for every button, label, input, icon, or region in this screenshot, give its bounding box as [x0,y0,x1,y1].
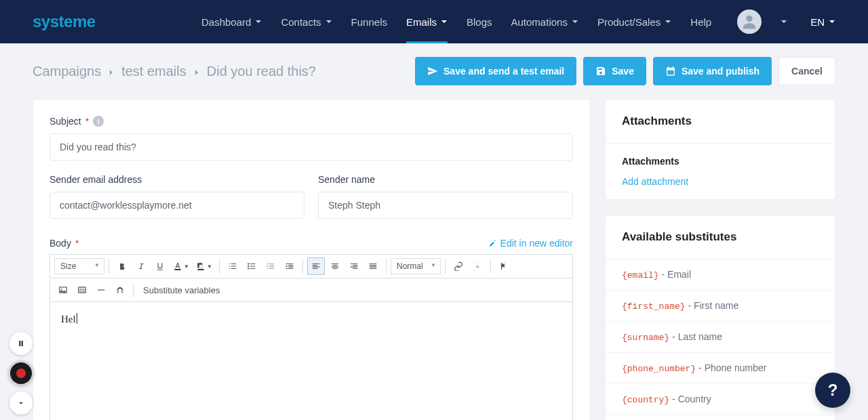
info-icon[interactable]: i [93,116,104,127]
bold-button[interactable] [113,257,131,275]
nav-contacts[interactable]: Contacts [281,0,332,43]
help-bubble[interactable]: ? [815,373,850,408]
flag-button[interactable] [495,257,513,275]
hr-button[interactable] [92,281,110,299]
sender-email-label: Sender email address [50,174,304,185]
substitute-variables-button[interactable]: Substitute variables [138,282,225,298]
save-button[interactable]: Save [583,57,646,85]
svg-point-5 [248,266,249,267]
sender-name-label: Sender name [318,174,573,185]
substitute-item[interactable]: {phone_number} - Phone number [606,352,835,383]
chevron-down-icon [572,18,578,25]
substitute-desc: Country [678,394,711,404]
align-right-button[interactable] [345,257,363,275]
editor-toolbar: Size ▼ ▼ Normal [50,255,572,278]
breadcrumb-item[interactable]: Campaigns [33,64,101,79]
sidebar: Attachments Attachments Add attachment A… [605,99,835,420]
svg-rect-3 [197,269,203,270]
sender-name-input[interactable] [318,192,573,219]
avatar[interactable] [737,9,762,34]
image-button[interactable] [54,281,72,299]
nav-label: Contacts [281,16,321,28]
subject-label: Subject*i [50,116,573,127]
chevron-down-icon[interactable] [781,18,787,25]
ordered-list-button[interactable] [224,257,241,275]
substitute-desc: Last name [678,331,722,342]
nav-menu: Dashboard Contacts Funnels Emails Blogs … [201,0,835,43]
substitute-item[interactable]: {city} - City [606,415,835,420]
format-select[interactable]: Normal [391,258,441,274]
italic-button[interactable] [132,257,150,275]
editor-toolbar-2: Substitute variables [50,278,572,302]
save-send-test-button[interactable]: Save and send a test email [415,57,576,85]
outdent-button[interactable] [262,257,279,275]
logo[interactable]: systeme [33,12,96,31]
separator [302,259,303,274]
button-label: Save [612,66,634,77]
substitute-code: {email} [622,270,659,280]
chevron-right-icon [193,64,200,79]
font-size-select[interactable]: Size [54,258,104,274]
chevron-down-icon [326,18,332,25]
omega-button[interactable] [111,281,129,299]
unordered-list-button[interactable] [243,257,260,275]
lang-code: EN [810,16,825,28]
save-publish-button[interactable]: Save and publish [653,57,772,85]
content: Subject*i Sender email address Sender na… [0,99,868,420]
nav-label: Automations [511,16,568,28]
bg-color-button[interactable]: ▼ [193,257,215,275]
nav-automations[interactable]: Automations [511,0,578,43]
cancel-button[interactable]: Cancel [778,57,835,85]
editor-body[interactable]: Hel [50,302,572,420]
substitute-item[interactable]: {email} - Email [606,259,835,290]
separator [386,259,387,274]
sender-email-input[interactable] [50,192,304,219]
align-justify-button[interactable] [364,257,382,275]
action-bar: Campaigns test emails Did you read this?… [0,43,868,99]
table-button[interactable] [73,281,91,299]
substitute-item[interactable]: {country} - Country [606,383,835,415]
substitute-item[interactable]: {surname} - Last name [606,321,835,352]
substitute-code: {phone_number} [622,364,696,374]
separator [133,282,134,297]
breadcrumb-item[interactable]: test emails [121,64,186,79]
svg-rect-9 [79,287,86,293]
add-attachment-link[interactable]: Add attachment [622,176,818,187]
nav-help[interactable]: Help [690,0,711,43]
breadcrumb: Campaigns test emails Did you read this? [33,64,316,79]
button-label: Cancel [791,66,823,77]
nav-product-sales[interactable]: Product/Sales [597,0,671,43]
nav-dashboard[interactable]: Dashboard [201,0,262,43]
align-center-button[interactable] [326,257,344,275]
nav-blogs[interactable]: Blogs [467,0,492,43]
nav-label: Help [690,16,711,28]
svg-rect-1 [174,269,180,270]
indent-button[interactable] [281,257,298,275]
button-label: Save and publish [682,66,760,77]
button-label: Save and send a test email [443,66,564,77]
text-color-button[interactable]: ▼ [170,257,192,275]
body-text: Hel [61,314,77,324]
breadcrumb-current: Did you read this? [207,64,316,79]
language-switch[interactable]: EN [810,16,835,28]
nav-emails[interactable]: Emails [406,0,448,43]
edit-new-editor-link[interactable]: Edit in new editor [487,238,573,249]
chevron-down-icon [441,18,448,25]
substitute-item[interactable]: {first_name} - First name [606,290,835,321]
expand-down-button[interactable] [9,392,33,415]
chevron-down-icon [829,18,835,25]
align-left-button[interactable] [307,257,325,275]
body-label: Body* [50,238,79,249]
nav-funnels[interactable]: Funnels [351,0,387,43]
pause-button[interactable] [9,332,33,355]
substitute-code: {country} [622,395,669,405]
attachments-panel: Attachments Attachments Add attachment [605,99,835,200]
underline-button[interactable] [151,257,169,275]
link-button[interactable] [450,257,467,275]
substitute-code: {first_name} [622,301,686,312]
record-button[interactable] [8,360,34,386]
substitute-desc: Email [667,269,691,280]
unlink-button[interactable] [469,257,486,275]
nav-label: Blogs [467,16,492,28]
subject-input[interactable] [50,133,573,161]
